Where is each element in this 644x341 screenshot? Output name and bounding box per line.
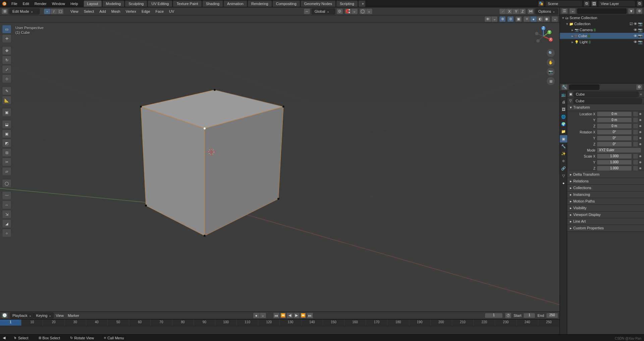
transform-value[interactable]: 0° <box>597 135 632 141</box>
add-cube-tool[interactable]: ▣ <box>2 108 11 117</box>
keyframe-dot[interactable] <box>639 131 641 133</box>
outliner-root[interactable]: ▾🗂 Scene Collection <box>560 15 644 21</box>
panel-relations[interactable]: ▸Relations <box>567 178 644 185</box>
render-tab-icon[interactable]: 📺 <box>560 91 567 98</box>
end-frame-field[interactable]: 250 <box>546 313 558 318</box>
editor-type-icon[interactable]: ⊞ <box>1 8 8 14</box>
panel-line-art[interactable]: ▸Line Art <box>567 218 644 225</box>
new-collection-icon[interactable]: ⊕ <box>636 8 643 14</box>
mirror-y-button[interactable]: Y <box>513 8 519 14</box>
menu-window[interactable]: Window <box>49 1 68 7</box>
knife-tool[interactable]: ✂ <box>2 158 11 166</box>
lock-icon[interactable] <box>633 154 638 159</box>
scale-value[interactable]: 1.000 <box>597 160 632 165</box>
collection-tab-icon[interactable]: 📁 <box>560 128 567 135</box>
outliner-tree[interactable]: ▾🗂 Scene Collection ▾📁 Collection☑👁📷 ▸📷 … <box>560 15 644 83</box>
material-tab-icon[interactable]: ● <box>560 179 567 187</box>
play-reverse-icon[interactable]: ◀ <box>286 312 293 319</box>
visibility-icon[interactable]: 👁 <box>484 16 491 22</box>
transform-value[interactable]: 0 m <box>597 111 632 117</box>
transform-value[interactable]: 0 m <box>597 117 632 123</box>
prop-edit-icon[interactable]: ◯ <box>359 8 366 14</box>
scale-value[interactable]: 1.000 <box>597 154 632 159</box>
shading-menu-icon[interactable]: ⌄ <box>551 16 558 22</box>
cube-object[interactable] <box>138 81 285 239</box>
shrink-tool[interactable]: ⇲ <box>2 210 11 219</box>
new-viewlayer-icon[interactable]: ⧉ <box>637 1 643 7</box>
lock-icon[interactable] <box>633 160 638 165</box>
select-box-tool[interactable]: ▭ <box>2 25 11 34</box>
loopcut-tool[interactable]: ⊟ <box>2 148 11 157</box>
keyframe-dot[interactable] <box>639 161 641 163</box>
object-tab-icon[interactable]: ▣ <box>560 135 567 143</box>
vertex-select-icon[interactable]: ▫ <box>44 8 50 14</box>
polybuild-tool[interactable]: ▱ <box>2 167 11 176</box>
lock-icon[interactable] <box>633 130 638 134</box>
new-scene-icon[interactable]: ⧉ <box>584 1 590 7</box>
keyframe-dot[interactable] <box>639 137 641 139</box>
transform-tool[interactable]: ⊹ <box>2 74 11 83</box>
autokey-menu-icon[interactable]: ⌄ <box>260 312 266 319</box>
gizmo-toggle-icon[interactable]: ⊕ <box>499 16 506 22</box>
tab-uv-editing[interactable]: UV Editing <box>148 0 172 7</box>
tab-animation[interactable]: Animation <box>223 0 247 7</box>
pivot-icon[interactable]: ⊙ <box>336 8 343 14</box>
timeline-body[interactable] <box>0 327 559 334</box>
inset-tool[interactable]: ▣ <box>2 129 11 138</box>
menu-help[interactable]: Help <box>68 1 81 7</box>
view3d-menu-mesh[interactable]: Mesh <box>109 9 123 14</box>
outliner-editor-icon[interactable]: ☰ <box>561 8 568 14</box>
object-name-field[interactable]: Cube <box>574 92 639 97</box>
panel-visibility[interactable]: ▸Visibility <box>567 205 644 212</box>
display-mode-icon[interactable]: ⌄ <box>569 8 576 14</box>
timeline-menu-view[interactable]: View <box>54 313 66 318</box>
lock-icon[interactable] <box>633 124 638 128</box>
properties-editor-icon[interactable]: 🔧 <box>561 84 568 90</box>
panel-collections[interactable]: ▸Collections <box>567 185 644 191</box>
zoom-icon[interactable]: 🔍 <box>547 49 555 57</box>
view3d-menu-view[interactable]: View <box>68 9 81 14</box>
outliner-collection[interactable]: ▾📁 Collection☑👁📷 <box>560 21 644 27</box>
autokey-toggle-icon[interactable]: ● <box>253 312 260 319</box>
keyframe-dot[interactable] <box>639 119 641 121</box>
transform-orientation-icon[interactable]: ↔ <box>304 8 310 14</box>
timeline-menu-keying[interactable]: Keying ⌄ <box>34 312 54 319</box>
preview-range-icon[interactable]: ⏱ <box>505 312 512 319</box>
outliner-item-cube[interactable]: ▸▽ Cube 👁📷 <box>560 33 644 39</box>
solid-shading-icon[interactable]: ● <box>530 16 537 22</box>
back-icon[interactable]: ◀ <box>3 336 5 340</box>
transform-panel-header[interactable]: ▾Transform <box>567 104 644 111</box>
transform-value[interactable]: 0 m <box>597 123 632 129</box>
timeline-menu-playback[interactable]: Playback ⌄ <box>10 312 34 319</box>
edge-select-icon[interactable]: / <box>50 8 57 14</box>
rotation-mode-field[interactable]: XYZ Euler <box>597 148 641 153</box>
jump-start-icon[interactable]: ⏮ <box>273 312 280 319</box>
lock-icon[interactable] <box>633 142 638 147</box>
scene-icon[interactable]: 🎭 <box>538 1 544 7</box>
play-icon[interactable]: ▶ <box>293 312 300 319</box>
nav-gizmo[interactable]: X Y Z <box>533 26 553 46</box>
scale-tool[interactable]: ⤢ <box>2 65 11 74</box>
tab-modeling[interactable]: Modeling <box>102 0 125 7</box>
orientation-selector[interactable]: Global⌄ <box>312 8 335 14</box>
tab-scripting[interactable]: Scripting <box>336 0 358 7</box>
viewlayer-icon[interactable]: 🖼 <box>591 1 597 7</box>
tab-compositing[interactable]: Compositing <box>272 0 300 7</box>
view3d-menu-vertex[interactable]: Vertex <box>123 9 139 14</box>
move-tool[interactable]: ✥ <box>2 46 11 55</box>
physics-tab-icon[interactable]: ⚛ <box>560 157 567 165</box>
particle-tab-icon[interactable]: ✨ <box>560 150 567 157</box>
panel-delta-transform[interactable]: ▸Delta Transform <box>567 171 644 178</box>
panel-viewport-display[interactable]: ▸Viewport Display <box>567 212 644 218</box>
add-workspace-button[interactable]: + <box>358 0 366 7</box>
scale-value[interactable]: 1.000 <box>597 166 632 171</box>
properties-search[interactable] <box>569 84 599 90</box>
matprev-shading-icon[interactable]: ◐ <box>537 16 543 22</box>
view3d-menu-add[interactable]: Add <box>97 9 109 14</box>
tab-shading[interactable]: Shading <box>202 0 223 7</box>
automerge-icon[interactable]: ⋈ <box>527 8 534 14</box>
view3d-menu-face[interactable]: Face <box>153 9 166 14</box>
view3d-menu-select[interactable]: Select <box>81 9 97 14</box>
tab-rendering[interactable]: Rendering <box>248 0 272 7</box>
props-options-icon[interactable]: ⚙ <box>636 84 643 90</box>
